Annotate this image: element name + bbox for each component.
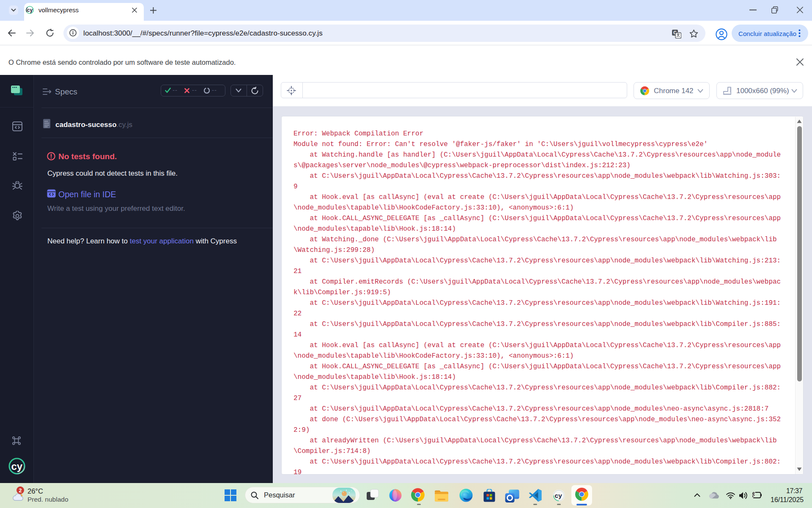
svg-text:cy: cy — [27, 7, 33, 13]
svg-text:cy: cy — [11, 461, 23, 472]
svg-text:cy: cy — [555, 492, 562, 499]
